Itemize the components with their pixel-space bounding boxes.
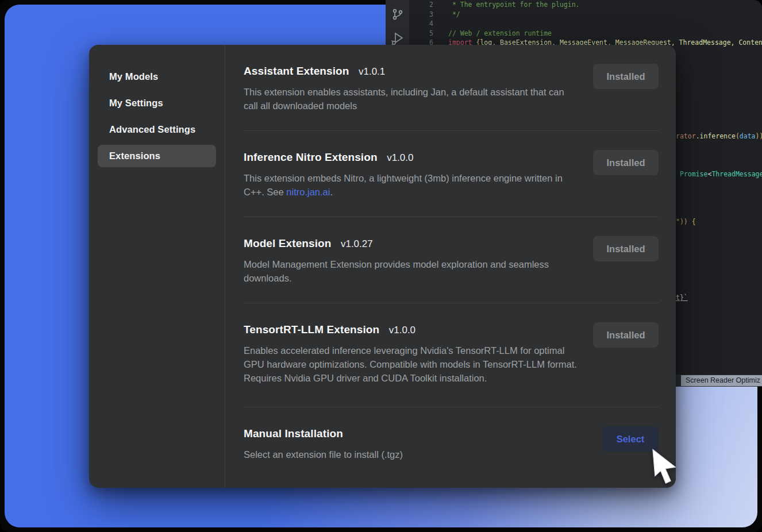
code-fragment: Promise<ThreadMessage> [680, 170, 762, 178]
installed-button[interactable]: Installed [593, 322, 659, 348]
settings-panel: My Models My Settings Advanced Settings … [89, 45, 676, 488]
extension-name: TensortRT-LLM Extension [244, 323, 379, 336]
extension-row-inference-nitro: Inference Nitro Extension v1.0.0 This ex… [244, 131, 659, 217]
line-number: 3 [409, 10, 448, 20]
line-number: 4 [409, 19, 448, 29]
sidebar-item-extensions[interactable]: Extensions [98, 145, 216, 167]
code-line: 5// Web / extension runtime [409, 29, 762, 38]
extension-row-manual-installation: Manual Installation Select an extension … [244, 407, 659, 479]
extension-description: Select an extension file to install (.tg… [244, 448, 403, 461]
code-line: 3 */ [409, 10, 762, 20]
installed-button[interactable]: Installed [593, 236, 659, 261]
extension-name: Manual Installation [244, 427, 343, 440]
extension-description: Model Management Extension provides mode… [244, 257, 580, 285]
code-line: 2 * The entrypoint for the plugin. [409, 0, 762, 10]
sidebar-item-my-settings[interactable]: My Settings [98, 92, 216, 114]
extension-version: v1.0.0 [389, 325, 415, 336]
screen-reader-optimized-chip[interactable]: Screen Reader Optimiz [681, 375, 762, 386]
code-fragment: t}` [676, 294, 688, 302]
extension-row-assistant: Assistant Extension v1.0.1 This extensio… [244, 45, 659, 131]
code-fragment: ")) { [676, 218, 696, 226]
extension-version: v1.0.1 [359, 66, 385, 77]
line-number: 2 [409, 0, 448, 10]
source-control-icon[interactable] [390, 7, 405, 22]
code-text: * The entrypoint for the plugin. [448, 0, 579, 10]
extension-row-model: Model Extension v1.0.27 Model Management… [244, 217, 659, 303]
sidebar-item-my-models[interactable]: My Models [98, 65, 216, 88]
extension-name: Assistant Extension [244, 65, 349, 77]
code-text: */ [448, 10, 460, 20]
extensions-list: Assistant Extension v1.0.1 This extensio… [225, 45, 676, 488]
mouse-cursor-icon [649, 448, 683, 485]
code-line: 4 [409, 19, 762, 29]
code-text: // Web / extension runtime [448, 29, 552, 38]
sidebar-item-advanced-settings[interactable]: Advanced Settings [98, 118, 216, 141]
extension-description: This extension enables assistants, inclu… [244, 85, 580, 113]
extension-description: This extension embeds Nitro, a lightweig… [244, 171, 580, 199]
installed-button[interactable]: Installed [593, 150, 659, 175]
code-fragment: rator.inference(data)); [676, 132, 762, 140]
extension-name: Inference Nitro Extension [244, 151, 378, 163]
extension-version: v1.0.27 [341, 238, 373, 249]
settings-sidebar: My Models My Settings Advanced Settings … [89, 45, 225, 488]
extension-row-tensorrt-llm: TensortRT-LLM Extension v1.0.0 Enables a… [244, 303, 659, 407]
extension-version: v1.0.0 [387, 152, 413, 163]
line-number: 5 [409, 29, 448, 38]
screenshot-canvas: 2 * The entrypoint for the plugin. 3 */ … [0, 0, 762, 532]
nitro-jan-ai-link[interactable]: nitro.jan.ai [286, 187, 330, 197]
extension-description: Enables accelerated inference leveraging… [244, 344, 580, 385]
run-debug-icon[interactable] [390, 31, 405, 46]
extension-name: Model Extension [244, 237, 331, 249]
installed-button[interactable]: Installed [593, 64, 659, 89]
